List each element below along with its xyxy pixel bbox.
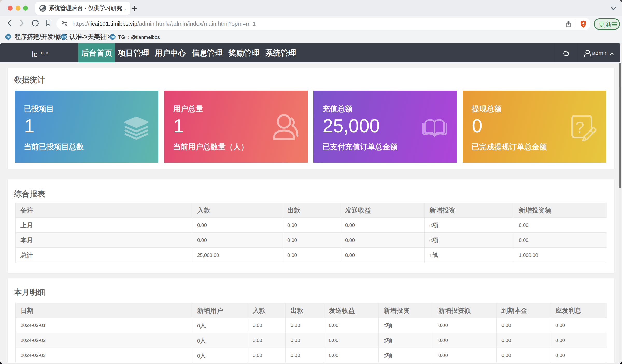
svg-text:?: ? [575,118,584,136]
